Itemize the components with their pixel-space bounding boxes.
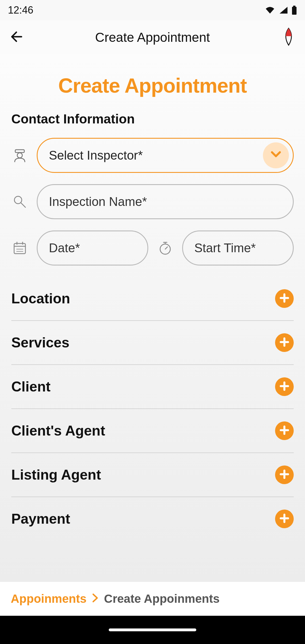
- inspector-row: Select Inspector*: [11, 138, 294, 173]
- start-time-input[interactable]: Start Time*: [182, 230, 294, 266]
- inspection-name-placeholder: Inspection Name*: [49, 195, 147, 209]
- section-listing-agent[interactable]: Listing Agent: [11, 453, 294, 497]
- back-button[interactable]: [8, 29, 25, 46]
- app-logo: [280, 29, 297, 46]
- inspection-name-row: Inspection Name*: [11, 184, 294, 219]
- svg-rect-6: [14, 243, 25, 254]
- breadcrumb-current: Create Appoinments: [104, 592, 219, 606]
- svg-line-5: [21, 203, 25, 207]
- calendar-icon: [11, 241, 28, 255]
- home-indicator[interactable]: [109, 628, 196, 631]
- svg-rect-2: [15, 150, 24, 153]
- battery-icon: [291, 6, 297, 15]
- status-icons: [265, 6, 297, 15]
- contact-info-heading: Contact Information: [11, 111, 294, 127]
- plus-icon: [279, 337, 290, 349]
- status-time: 12:46: [8, 4, 33, 16]
- section-listing-agent-title: Listing Agent: [11, 467, 101, 483]
- section-location[interactable]: Location: [11, 277, 294, 321]
- plus-icon: [279, 469, 290, 481]
- add-listing-agent-button[interactable]: [275, 465, 294, 484]
- logo-icon: [283, 28, 294, 47]
- inspector-select[interactable]: Select Inspector*: [37, 138, 294, 173]
- cellular-icon: [279, 6, 287, 14]
- plus-icon: [279, 513, 290, 525]
- inspection-name-input[interactable]: Inspection Name*: [37, 184, 294, 219]
- section-client-title: Client: [11, 378, 51, 395]
- date-input[interactable]: Date*: [37, 230, 148, 266]
- date-placeholder: Date*: [49, 241, 80, 255]
- chevron-down-icon: [269, 147, 283, 164]
- inspector-select-chevron: [263, 142, 289, 168]
- breadcrumb: Appoinments Create Appoinments: [0, 582, 305, 616]
- section-location-title: Location: [11, 290, 70, 307]
- main-content: Create Appointment Contact Information S…: [0, 54, 305, 582]
- start-time-placeholder: Start Time*: [194, 241, 256, 255]
- svg-rect-0: [293, 6, 295, 7]
- section-payment-title: Payment: [11, 511, 70, 527]
- plus-icon: [279, 293, 290, 304]
- stopwatch-icon: [157, 241, 174, 255]
- add-client-button[interactable]: [275, 377, 294, 396]
- svg-line-13: [165, 247, 167, 249]
- section-clients-agent-title: Client's Agent: [11, 423, 105, 439]
- section-services[interactable]: Services: [11, 321, 294, 365]
- wifi-icon: [265, 6, 275, 14]
- svg-point-3: [17, 153, 22, 158]
- svg-rect-1: [292, 7, 297, 15]
- status-bar: 12:46: [0, 0, 305, 20]
- plus-icon: [279, 381, 290, 393]
- system-nav-bar: [0, 616, 305, 644]
- arrow-left-icon: [10, 30, 23, 45]
- datetime-row: Date* Start Time*: [11, 230, 294, 266]
- page-heading: Create Appointment: [11, 74, 294, 97]
- chevron-right-icon: [91, 592, 99, 606]
- section-payment[interactable]: Payment: [11, 497, 294, 541]
- search-icon: [11, 194, 28, 209]
- add-clients-agent-button[interactable]: [275, 421, 294, 440]
- appbar-title: Create Appointment: [32, 30, 273, 45]
- add-location-button[interactable]: [275, 289, 294, 308]
- inspector-select-label: Select Inspector*: [49, 148, 143, 162]
- appbar: Create Appointment: [0, 20, 305, 54]
- inspector-icon: [11, 148, 28, 163]
- add-payment-button[interactable]: [275, 510, 294, 528]
- section-clients-agent[interactable]: Client's Agent: [11, 409, 294, 453]
- section-client[interactable]: Client: [11, 365, 294, 409]
- breadcrumb-parent[interactable]: Appoinments: [11, 592, 86, 606]
- add-services-button[interactable]: [275, 333, 294, 352]
- section-services-title: Services: [11, 334, 69, 351]
- plus-icon: [279, 425, 290, 437]
